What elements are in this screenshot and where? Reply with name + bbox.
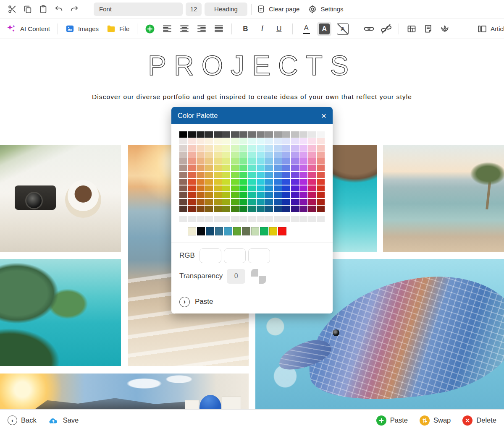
- palette-swatch[interactable]: [308, 206, 316, 212]
- redo-button[interactable]: [66, 2, 82, 17]
- palette-swatch[interactable]: [205, 152, 213, 158]
- palette-swatch[interactable]: [197, 152, 205, 158]
- palette-empty-swatch[interactable]: [257, 216, 265, 222]
- palette-empty-swatch[interactable]: [239, 216, 247, 222]
- page-subtitle[interactable]: Discover our diverse portfolio and get i…: [0, 93, 504, 101]
- palette-swatch[interactable]: [282, 145, 290, 151]
- palette-swatch[interactable]: [222, 165, 230, 171]
- palette-swatch[interactable]: [299, 145, 307, 151]
- rgb-r-input[interactable]: [200, 248, 221, 263]
- palette-swatch[interactable]: [257, 206, 265, 212]
- palette-swatch[interactable]: [222, 131, 230, 138]
- palette-swatch[interactable]: [214, 158, 222, 165]
- palette-swatch[interactable]: [239, 145, 247, 151]
- palette-swatch[interactable]: [291, 199, 299, 205]
- palette-swatch[interactable]: [197, 158, 205, 165]
- underline-button[interactable]: U: [274, 25, 284, 33]
- palette-swatch[interactable]: [205, 138, 213, 144]
- palette-swatch[interactable]: [231, 206, 239, 212]
- palette-swatch[interactable]: [239, 179, 247, 185]
- palette-swatch[interactable]: [239, 152, 247, 158]
- palette-swatch[interactable]: [231, 131, 239, 138]
- palette-swatch[interactable]: [197, 131, 205, 138]
- palette-swatch[interactable]: [188, 131, 196, 138]
- palette-swatch[interactable]: [205, 199, 213, 205]
- palette-empty-swatch[interactable]: [291, 216, 299, 222]
- palette-swatch[interactable]: [214, 206, 222, 212]
- palette-swatch[interactable]: [197, 199, 205, 205]
- palette-swatch[interactable]: [231, 145, 239, 151]
- recent-color-swatch[interactable]: [251, 227, 260, 235]
- palette-swatch[interactable]: [299, 206, 307, 212]
- palette-swatch[interactable]: [274, 138, 282, 144]
- palette-swatch[interactable]: [239, 206, 247, 212]
- undo-button[interactable]: [51, 2, 66, 17]
- justify-button[interactable]: [214, 24, 224, 34]
- palette-swatch[interactable]: [282, 158, 290, 165]
- palette-swatch[interactable]: [239, 158, 247, 165]
- palette-swatch[interactable]: [188, 179, 196, 185]
- palette-swatch[interactable]: [274, 145, 282, 151]
- palette-swatch[interactable]: [317, 145, 325, 151]
- palette-swatch[interactable]: [179, 172, 187, 178]
- paragraph-style-select[interactable]: Heading: [205, 3, 247, 16]
- palette-swatch[interactable]: [197, 179, 205, 185]
- palette-swatch[interactable]: [274, 131, 282, 138]
- palette-swatch[interactable]: [248, 145, 256, 151]
- palette-swatch[interactable]: [205, 192, 213, 199]
- palette-swatch[interactable]: [222, 179, 230, 185]
- palette-swatch[interactable]: [317, 179, 325, 185]
- palette-swatch[interactable]: [188, 165, 196, 171]
- recent-color-swatch[interactable]: [260, 227, 268, 235]
- palette-swatch[interactable]: [205, 179, 213, 185]
- palette-swatch[interactable]: [222, 145, 230, 151]
- delete-button[interactable]: Delete: [462, 415, 496, 426]
- palette-swatch[interactable]: [214, 145, 222, 151]
- paste-button[interactable]: Paste: [376, 415, 408, 426]
- unlink-button[interactable]: [381, 23, 392, 34]
- palette-swatch[interactable]: [239, 192, 247, 199]
- palette-swatch[interactable]: [282, 165, 290, 171]
- palette-swatch[interactable]: [214, 192, 222, 199]
- palette-swatch[interactable]: [274, 158, 282, 165]
- palette-swatch[interactable]: [274, 165, 282, 171]
- palette-swatch[interactable]: [257, 179, 265, 185]
- palette-swatch[interactable]: [179, 145, 187, 151]
- text-color-button[interactable]: A: [301, 24, 312, 34]
- align-right-button[interactable]: [197, 24, 207, 34]
- font-family-select[interactable]: Font: [94, 3, 183, 16]
- palette-swatch[interactable]: [214, 172, 222, 178]
- palette-swatch[interactable]: [248, 192, 256, 199]
- palette-swatch[interactable]: [291, 158, 299, 165]
- recent-color-swatch[interactable]: [206, 227, 214, 235]
- palette-swatch[interactable]: [222, 192, 230, 199]
- palette-swatch[interactable]: [231, 179, 239, 185]
- palette-swatch[interactable]: [317, 172, 325, 178]
- palette-swatch[interactable]: [239, 165, 247, 171]
- palette-empty-swatch[interactable]: [222, 216, 230, 222]
- paste-color-button[interactable]: › Paste: [179, 297, 325, 313]
- font-size-select[interactable]: 12: [186, 3, 202, 16]
- palette-swatch[interactable]: [179, 165, 187, 171]
- palette-swatch[interactable]: [248, 131, 256, 138]
- palette-swatch[interactable]: [205, 172, 213, 178]
- palette-swatch[interactable]: [257, 138, 265, 144]
- palette-swatch[interactable]: [231, 192, 239, 199]
- palette-swatch[interactable]: [308, 152, 316, 158]
- recent-color-swatch[interactable]: [224, 227, 232, 235]
- palette-swatch[interactable]: [265, 165, 273, 171]
- palette-swatch[interactable]: [299, 199, 307, 205]
- palette-swatch[interactable]: [299, 172, 307, 178]
- recent-color-swatch[interactable]: [242, 227, 250, 235]
- page-title[interactable]: PROJECTS: [0, 50, 504, 81]
- palette-swatch[interactable]: [291, 145, 299, 151]
- palette-swatch[interactable]: [179, 158, 187, 165]
- palette-swatch[interactable]: [179, 131, 187, 138]
- palette-swatch[interactable]: [197, 145, 205, 151]
- palette-swatch[interactable]: [222, 199, 230, 205]
- palette-swatch[interactable]: [265, 179, 273, 185]
- palette-swatch[interactable]: [214, 179, 222, 185]
- palette-swatch[interactable]: [308, 145, 316, 151]
- close-icon[interactable]: ×: [321, 111, 326, 120]
- palette-swatch[interactable]: [231, 165, 239, 171]
